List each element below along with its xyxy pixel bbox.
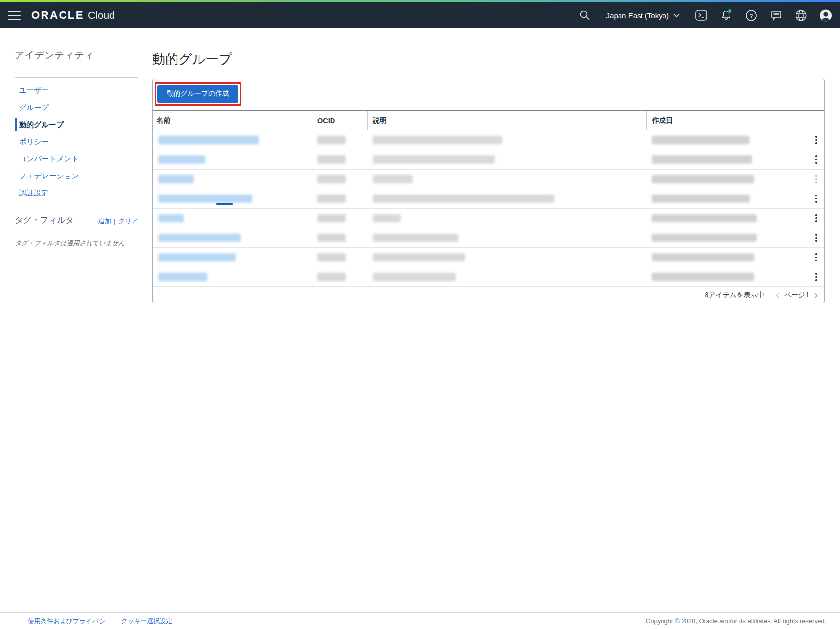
redacted-ocid bbox=[317, 214, 346, 222]
sidebar-item-federation[interactable]: フェデレーション bbox=[15, 167, 138, 184]
table-row bbox=[153, 209, 824, 228]
sidebar-item-auth-settings[interactable]: 認証設定 bbox=[15, 184, 138, 201]
sidebar-item-compartments[interactable]: コンパートメント bbox=[15, 150, 138, 167]
notification-dot bbox=[728, 9, 732, 13]
brand-cloud: Cloud bbox=[88, 9, 115, 21]
sidebar-divider bbox=[15, 77, 138, 78]
page-footer: 使用条件およびプライバシ クッキー選択設定 Copyright © 2020, … bbox=[0, 612, 840, 629]
create-dynamic-group-button[interactable]: 動的グループの作成 bbox=[157, 85, 238, 103]
active-indicator-bar bbox=[15, 118, 17, 131]
main-content: 動的グループ 動的グループの作成 名前 OCID 説明 作成日 bbox=[152, 46, 825, 303]
pagination-page-label: ページ1 bbox=[784, 291, 809, 300]
redacted-description bbox=[373, 273, 456, 281]
redacted-name-link[interactable] bbox=[158, 136, 259, 144]
redacted-created-date bbox=[652, 136, 750, 144]
table-body bbox=[153, 130, 824, 287]
redacted-description bbox=[373, 155, 495, 164]
table-row bbox=[153, 130, 824, 150]
row-actions-kebab-icon[interactable] bbox=[812, 193, 820, 205]
copyright-text: Copyright © 2020, Oracle and/or its affi… bbox=[646, 617, 826, 625]
pagination-next-icon[interactable]: › bbox=[814, 290, 818, 301]
sidebar-item-label: フェデレーション bbox=[19, 172, 79, 180]
redacted-name-link[interactable] bbox=[158, 195, 252, 203]
sidebar-item-label: コンパートメント bbox=[19, 154, 79, 163]
sidebar-heading: アイデンティティ bbox=[15, 49, 138, 63]
redacted-ocid bbox=[317, 136, 346, 144]
help-icon[interactable]: ? bbox=[745, 9, 757, 22]
row-actions-kebab-icon[interactable] bbox=[812, 174, 820, 185]
redacted-description bbox=[373, 214, 401, 222]
table-row bbox=[153, 267, 824, 287]
redacted-description bbox=[373, 136, 502, 144]
table-row bbox=[153, 150, 824, 170]
sidebar: アイデンティティ ユーザー グループ 動的グループ ポリシー コンパートメント … bbox=[15, 49, 138, 248]
tag-filter-empty-note: タグ・フィルタは適用されていません bbox=[15, 239, 138, 248]
region-label: Japan East (Tokyo) bbox=[606, 11, 669, 20]
dynamic-groups-panel: 動的グループの作成 名前 OCID 説明 作成日 bbox=[152, 79, 825, 303]
tag-filter-section: タグ・フィルタ 追加 | クリア タグ・フィルタは適用されていません bbox=[15, 213, 138, 248]
hamburger-menu-icon[interactable] bbox=[8, 11, 21, 20]
table-row bbox=[153, 248, 824, 267]
topbar-actions: Japan East (Tokyo) bbox=[578, 9, 832, 22]
row-actions-kebab-icon[interactable] bbox=[812, 252, 820, 263]
row-actions-kebab-icon[interactable] bbox=[812, 232, 820, 244]
table-row bbox=[153, 189, 824, 209]
sidebar-item-policies[interactable]: ポリシー bbox=[15, 133, 138, 150]
redacted-ocid bbox=[317, 195, 346, 203]
chevron-down-icon bbox=[673, 13, 680, 18]
redacted-description bbox=[373, 195, 554, 203]
sidebar-item-label: グループ bbox=[19, 103, 49, 111]
pagination-prev-icon[interactable]: ‹ bbox=[776, 290, 779, 301]
table-header-row: 名前 OCID 説明 作成日 bbox=[153, 110, 824, 130]
table-row bbox=[153, 228, 824, 248]
redacted-name-link[interactable] bbox=[158, 253, 236, 261]
sidebar-item-label: ユーザー bbox=[19, 86, 49, 94]
search-icon[interactable] bbox=[578, 9, 591, 22]
feedback-chat-icon[interactable] bbox=[770, 9, 782, 22]
table-row bbox=[153, 170, 824, 189]
tag-filter-heading: タグ・フィルタ bbox=[15, 215, 74, 226]
sidebar-item-label: 動的グループ bbox=[19, 120, 64, 129]
sidebar-item-label: 認証設定 bbox=[19, 189, 48, 197]
redacted-created-date bbox=[652, 234, 757, 242]
region-selector[interactable]: Japan East (Tokyo) bbox=[606, 11, 680, 20]
tag-filter-clear-link[interactable]: クリア bbox=[118, 217, 138, 226]
terms-privacy-link[interactable]: 使用条件およびプライバシ bbox=[28, 617, 105, 626]
cloud-shell-icon[interactable] bbox=[695, 9, 707, 22]
annotation-highlight-box: 動的グループの作成 bbox=[155, 82, 241, 106]
redacted-ocid bbox=[317, 155, 346, 164]
pagination-bar: 8アイテムを表示中 ‹ ページ1 › bbox=[153, 287, 824, 303]
redacted-name-link[interactable] bbox=[158, 155, 205, 164]
redacted-ocid bbox=[317, 273, 346, 281]
redacted-description bbox=[373, 234, 458, 242]
column-header-ocid: OCID bbox=[312, 111, 368, 130]
redacted-created-date bbox=[652, 273, 754, 281]
globe-language-icon[interactable] bbox=[795, 9, 807, 22]
row-actions-kebab-icon[interactable] bbox=[812, 134, 820, 146]
brand-oracle: ORACLE bbox=[31, 9, 84, 22]
name-underline-artifact bbox=[216, 203, 233, 205]
sidebar-item-groups[interactable]: グループ bbox=[15, 99, 138, 116]
tag-filter-divider bbox=[15, 232, 138, 232]
row-actions-kebab-icon[interactable] bbox=[812, 271, 820, 283]
column-header-name: 名前 bbox=[153, 111, 312, 130]
row-actions-kebab-icon[interactable] bbox=[812, 213, 820, 224]
column-header-created: 作成日 bbox=[647, 111, 824, 130]
redacted-created-date bbox=[652, 155, 752, 164]
redacted-name-link[interactable] bbox=[158, 273, 207, 281]
sidebar-item-users[interactable]: ユーザー bbox=[15, 82, 138, 99]
svg-text:?: ? bbox=[749, 12, 753, 19]
notifications-bell-icon[interactable] bbox=[720, 9, 732, 22]
tag-filter-add-link[interactable]: 追加 bbox=[98, 217, 111, 226]
sidebar-item-dynamic-groups[interactable]: 動的グループ bbox=[15, 116, 138, 133]
redacted-ocid bbox=[317, 234, 346, 242]
user-avatar[interactable] bbox=[819, 9, 832, 22]
items-count-label: 8アイテムを表示中 bbox=[705, 291, 764, 300]
redacted-name-link[interactable] bbox=[158, 175, 194, 183]
redacted-created-date bbox=[652, 214, 757, 222]
page-title: 動的グループ bbox=[152, 50, 825, 69]
redacted-name-link[interactable] bbox=[158, 234, 241, 242]
redacted-name-link[interactable] bbox=[158, 214, 184, 222]
cookie-preferences-link[interactable]: クッキー選択設定 bbox=[121, 617, 172, 626]
row-actions-kebab-icon[interactable] bbox=[812, 154, 820, 166]
